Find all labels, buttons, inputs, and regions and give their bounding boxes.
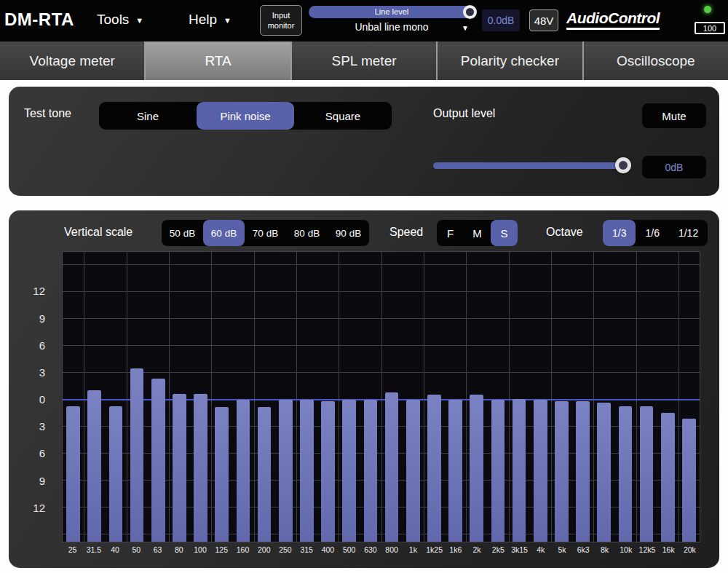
scale-80db-button[interactable]: 80 dB — [286, 220, 328, 246]
input-source-dropdown[interactable]: Unbal line mono ▼ — [309, 21, 475, 33]
x-axis-tick: 160 — [232, 545, 253, 554]
x-axis-tick: 50 — [126, 545, 147, 554]
rta-bar-1k — [406, 400, 420, 542]
line-level-label: Line level — [375, 7, 408, 16]
rta-bar-1k25 — [427, 395, 441, 542]
scale-50db-button[interactable]: 50 dB — [162, 220, 203, 246]
output-level-slider[interactable] — [433, 162, 628, 169]
v-gridline — [254, 252, 255, 542]
rta-bar-500 — [342, 400, 356, 542]
rta-bar-6k3 — [576, 401, 590, 542]
x-axis-tick: 1k — [403, 545, 424, 554]
chevron-down-icon: ▼ — [462, 24, 469, 32]
y-axis-labels: 12963036912 — [9, 251, 54, 542]
brand-logo: AudioControl — [566, 9, 660, 30]
x-axis-tick: 3k15 — [509, 545, 530, 554]
output-level-value-button[interactable]: 0dB — [642, 156, 706, 178]
rta-bar-40 — [109, 406, 123, 542]
v-gridline — [424, 252, 424, 542]
v-gridline — [169, 252, 170, 542]
rta-bar-315 — [300, 400, 314, 542]
line-level-slider[interactable]: Line level — [309, 6, 475, 18]
octave-third-button[interactable]: 1/3 — [603, 220, 636, 246]
test-tone-label: Test tone — [24, 107, 71, 120]
octave-options: 1/3 1/6 1/12 — [603, 220, 708, 246]
titlebar: DM-RTA Tools ▼ Help ▼ Input monitor Line… — [0, 0, 728, 42]
x-axis-labels: 2531.54050638010012516020025031540050063… — [62, 545, 700, 554]
rta-bar-50 — [130, 368, 144, 542]
v-gridline — [381, 252, 382, 542]
rta-bar-1k6 — [448, 400, 462, 542]
speed-slow-button[interactable]: S — [491, 220, 518, 246]
y-axis-tick: 3 — [39, 365, 45, 378]
x-axis-tick: 25 — [62, 545, 83, 554]
v-gridline — [127, 252, 127, 542]
rta-bar-250 — [279, 400, 293, 542]
x-axis-tick: 8k — [594, 545, 615, 554]
x-axis-tick: 1k25 — [424, 545, 445, 554]
rta-bar-16k — [661, 413, 675, 542]
tab-polarity-checker[interactable]: Polarity checker — [438, 42, 583, 80]
rta-panel: Vertical scale 50 dB 60 dB 70 dB 80 dB 9… — [9, 210, 719, 568]
x-axis-tick: 10k — [615, 545, 636, 554]
rta-bar-3k15 — [513, 399, 526, 542]
input-monitor-button[interactable]: Input monitor — [260, 5, 302, 36]
test-tone-square-button[interactable]: Square — [294, 102, 392, 130]
y-axis-tick: 9 — [39, 312, 45, 324]
tab-bar: Voltage meter RTA SPL meter Polarity che… — [0, 42, 728, 80]
speed-options: F M S — [437, 220, 518, 246]
v-gridline — [551, 252, 552, 542]
tab-rta[interactable]: RTA — [146, 42, 291, 80]
speed-fast-button[interactable]: F — [437, 220, 464, 246]
speed-medium-button[interactable]: M — [464, 220, 491, 246]
scale-60db-button[interactable]: 60 dB — [203, 220, 245, 246]
y-axis-tick: 0 — [39, 393, 45, 406]
scale-90db-button[interactable]: 90 dB — [328, 220, 369, 246]
help-menu[interactable]: Help ▼ — [189, 12, 232, 28]
x-axis-tick: 630 — [360, 545, 381, 554]
test-tone-sine-button[interactable]: Sine — [99, 102, 197, 130]
x-axis-tick: 200 — [253, 545, 274, 554]
x-axis-tick: 315 — [296, 545, 317, 554]
rta-plot — [62, 251, 700, 542]
rta-bar-5k — [555, 401, 569, 542]
battery-indicator: 100 — [693, 4, 727, 39]
scale-70db-button[interactable]: 70 dB — [245, 220, 286, 246]
x-axis-tick: 800 — [381, 545, 403, 554]
x-axis-tick: 80 — [168, 545, 189, 554]
test-tone-panel: Test tone Sine Pink noise Square Output … — [9, 87, 719, 196]
rta-bar-63 — [151, 379, 165, 542]
tab-oscilloscope[interactable]: Oscilloscope — [584, 42, 728, 80]
x-axis-tick: 4k — [530, 545, 551, 554]
test-tone-pink-noise-button[interactable]: Pink noise — [197, 102, 294, 130]
x-axis-tick: 16k — [658, 545, 679, 554]
rta-bar-400 — [321, 401, 335, 542]
chevron-down-icon: ▼ — [223, 16, 232, 25]
vertical-scale-options: 50 dB 60 dB 70 dB 80 dB 90 dB — [162, 220, 369, 246]
octave-twelfth-button[interactable]: 1/12 — [669, 220, 708, 246]
input-monitor-label-line2: monitor — [268, 21, 295, 30]
rta-bar-25 — [66, 406, 80, 542]
vertical-scale-label: Vertical scale — [64, 226, 132, 239]
rta-bar-200 — [258, 407, 272, 542]
v-gridline — [593, 252, 594, 542]
tools-menu[interactable]: Tools ▼ — [97, 12, 143, 28]
phantom-power-button[interactable]: 48V — [529, 9, 558, 31]
v-gridline — [678, 252, 679, 542]
x-axis-tick: 6k3 — [573, 545, 594, 554]
mute-button[interactable]: Mute — [642, 103, 706, 128]
rta-bar-800 — [385, 392, 399, 542]
level-readout: 0.0dB — [482, 9, 520, 31]
output-level-slider-thumb[interactable] — [615, 157, 631, 173]
power-led-icon — [704, 6, 711, 13]
x-axis-tick: 31.5 — [83, 545, 104, 554]
y-axis-tick: 6 — [39, 339, 45, 351]
line-level-knob[interactable] — [463, 5, 477, 19]
v-gridline — [339, 252, 339, 542]
tab-voltage-meter[interactable]: Voltage meter — [0, 42, 146, 80]
tab-spl-meter[interactable]: SPL meter — [292, 42, 438, 80]
speed-label: Speed — [389, 226, 423, 239]
rta-bar-8k — [597, 403, 611, 542]
rta-bar-4k — [534, 400, 547, 542]
octave-sixth-button[interactable]: 1/6 — [636, 220, 668, 246]
